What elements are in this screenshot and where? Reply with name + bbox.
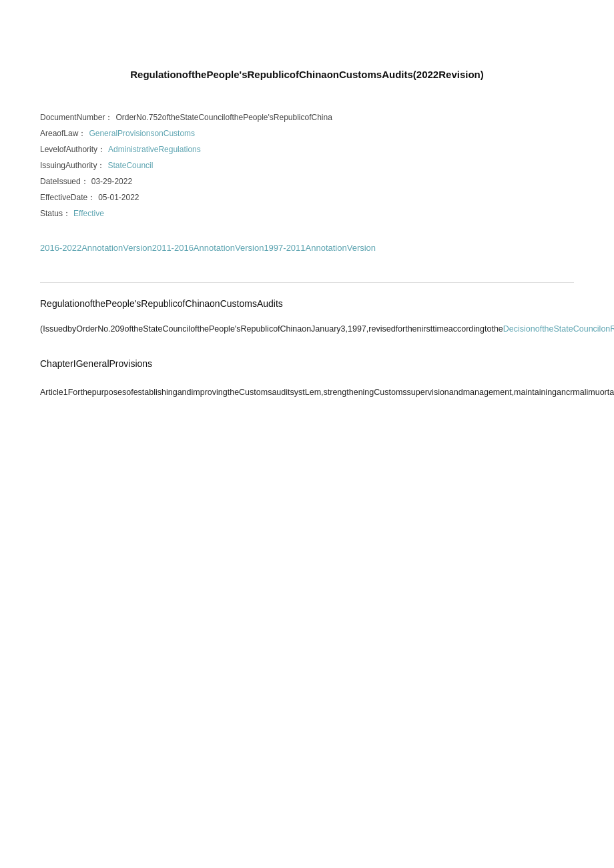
level-link[interactable]: AdministrativeRegulations (108, 141, 201, 157)
level-label: LevelofAuthority： (40, 141, 105, 157)
status-row: Status： Effective (40, 205, 574, 222)
left-link1[interactable]: DecisionoftheStateCouncilonRepealingandA… (503, 324, 614, 334)
effective-date-row: EffectiveDate： 05-01-2022 (40, 189, 574, 205)
chapter-english: ChapterIGeneralProvisions (40, 356, 614, 372)
issuing-label: IssuingAuthority： (40, 157, 105, 173)
page-container: RegulationofthePeople'sRepublicofChinaon… (40, 67, 574, 436)
date-issued-label: DateIssued： (40, 173, 89, 189)
status-label: Status： (40, 205, 71, 222)
metadata-section: DocumentNumber： OrderNo.752oftheStateCou… (40, 109, 574, 222)
divider (40, 282, 574, 283)
article1-english-pre: Article1Forthepurposesofestablishingandi… (40, 388, 614, 397)
issuing-link[interactable]: StateCouncil (107, 157, 153, 173)
main-content: RegulationofthePeople'sRepublicofChinaon… (40, 296, 574, 436)
left-body: (IssuedbyOrderNo.209oftheStateCounciloft… (40, 322, 614, 336)
annotation-links[interactable]: 2016-2022AnnotationVersion2011-2016Annot… (40, 242, 574, 256)
date-issued-row: DateIssued： 03-29-2022 (40, 173, 574, 189)
chapter-english-block: ChapterIGeneralProvisions (40, 356, 614, 372)
chinese-center: 中华人民共和国海关稽查条例 (40, 410, 614, 426)
page-title: RegulationofthePeople'sRepublicofChinaon… (40, 67, 574, 83)
article1-left-block: Article1Forthepurposesofestablishingandi… (40, 386, 614, 400)
left-body-part1: (IssuedbyOrderNo.209oftheStateCounciloft… (40, 324, 503, 334)
issuing-row: IssuingAuthority： StateCouncil (40, 157, 574, 173)
effective-date-label: EffectiveDate： (40, 189, 95, 205)
area-of-law-link[interactable]: GeneralProvisionsonCustoms (89, 125, 195, 141)
effective-date-value: 05-01-2022 (98, 189, 139, 205)
level-row: LevelofAuthority： AdministrativeRegulati… (40, 141, 574, 157)
left-heading: RegulationofthePeople'sRepublicofChinaon… (40, 296, 614, 312)
date-issued-value: 03-29-2022 (91, 173, 132, 189)
col-left: RegulationofthePeople'sRepublicofChinaon… (40, 296, 614, 436)
article1-english: Article1Forthepurposesofestablishingandi… (40, 386, 614, 400)
document-number-row: DocumentNumber： OrderNo.752oftheStateCou… (40, 109, 574, 125)
status-value: Effective (73, 205, 104, 222)
doc-number-value: OrderNo.752oftheStateCouncilofthePeople'… (115, 109, 332, 125)
area-of-law-label: AreaofLaw： (40, 125, 86, 141)
area-of-law-row: AreaofLaw： GeneralProvisionsonCustoms (40, 125, 574, 141)
doc-number-label: DocumentNumber： (40, 109, 113, 125)
